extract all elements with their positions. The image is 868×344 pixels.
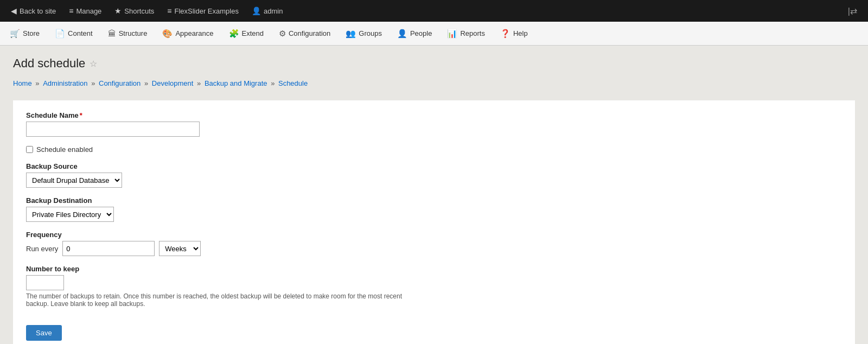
breadcrumb-sep-3: » — [144, 79, 150, 87]
shortcuts-button[interactable]: ★ Shortcuts — [108, 0, 161, 22]
user-icon: 👤 — [252, 7, 261, 15]
frequency-unit-select[interactable]: Hours Weeks Days Months — [159, 241, 201, 256]
backup-destination-group: Backup Destination Private Files Directo… — [26, 196, 842, 222]
frequency-group: Frequency Run every Hours Weeks Days Mon… — [26, 231, 842, 256]
back-icon: ◀ — [11, 7, 17, 15]
shortcuts-label: Shortcuts — [124, 7, 154, 15]
breadcrumb-administration[interactable]: Administration — [43, 79, 87, 87]
back-to-site-button[interactable]: ◀ Back to site — [4, 0, 62, 22]
save-button[interactable]: Save — [26, 325, 62, 341]
breadcrumb-sep-1: » — [35, 79, 41, 87]
backup-destination-label: Backup Destination — [26, 196, 842, 205]
bookmark-star-icon[interactable]: ☆ — [90, 59, 97, 69]
breadcrumb-configuration[interactable]: Configuration — [99, 79, 141, 87]
nav-appearance-label: Appearance — [175, 29, 213, 37]
nav-help[interactable]: ❓ Help — [493, 22, 535, 45]
breadcrumb-sep-5: » — [271, 79, 277, 87]
add-schedule-form: Schedule Name* Schedule enabled Backup S… — [13, 100, 855, 344]
flexslider-icon: ≡ — [167, 7, 171, 15]
nav-reports-label: Reports — [460, 29, 485, 37]
number-to-keep-group: Number to keep The number of backups to … — [26, 265, 842, 308]
schedule-enabled-label: Schedule enabled — [36, 145, 93, 154]
breadcrumb-home[interactable]: Home — [13, 79, 32, 87]
breadcrumb-schedule[interactable]: Schedule — [278, 79, 308, 87]
nav-content[interactable]: 📄 Content — [47, 22, 100, 45]
nav-store-label: Store — [23, 29, 40, 37]
schedule-name-input[interactable] — [26, 122, 200, 137]
manage-button[interactable]: ≡ Manage — [62, 0, 108, 22]
nav-people-label: People — [410, 29, 432, 37]
flexslider-button[interactable]: ≡ FlexSlider Examples — [161, 0, 245, 22]
backup-source-group: Backup Source Default Drupal Database — [26, 162, 842, 188]
number-to-keep-help: The number of backups to retain. Once th… — [26, 292, 406, 308]
nav-groups[interactable]: 👥 Groups — [338, 22, 390, 45]
content-icon: 📄 — [55, 29, 65, 39]
number-to-keep-label: Number to keep — [26, 265, 842, 273]
groups-icon: 👥 — [346, 29, 356, 39]
page-title: Add schedule — [13, 56, 85, 71]
nav-store[interactable]: 🛒 Store — [2, 22, 47, 45]
nav-people[interactable]: 👤 People — [390, 22, 439, 45]
extend-icon: 🧩 — [229, 29, 239, 39]
nav-content-label: Content — [68, 29, 93, 37]
appearance-icon: 🎨 — [162, 29, 173, 39]
flexslider-label: FlexSlider Examples — [174, 7, 239, 15]
run-every-label: Run every — [26, 245, 58, 253]
schedule-enabled-row: Schedule enabled — [26, 145, 842, 154]
store-icon: 🛒 — [10, 29, 20, 39]
backup-source-select[interactable]: Default Drupal Database — [26, 173, 122, 188]
page-title-row: Add schedule ☆ — [13, 56, 855, 71]
nav-groups-label: Groups — [359, 29, 382, 37]
backup-destination-select[interactable]: Private Files Directory — [26, 207, 114, 222]
frequency-label: Frequency — [26, 231, 842, 239]
run-every-input[interactable] — [62, 241, 155, 256]
shortcuts-icon: ★ — [114, 7, 122, 15]
nav-configuration[interactable]: ⚙ Configuration — [271, 22, 338, 45]
people-icon: 👤 — [397, 29, 407, 39]
help-icon: ❓ — [500, 29, 510, 39]
schedule-name-label: Schedule Name* — [26, 111, 842, 119]
required-marker: * — [80, 111, 82, 119]
sidebar-toggle[interactable]: |⇄ — [841, 0, 864, 22]
schedule-enabled-checkbox[interactable] — [26, 146, 33, 153]
nav-help-label: Help — [513, 29, 528, 37]
schedule-name-group: Schedule Name* — [26, 111, 842, 137]
nav-structure-label: Structure — [119, 29, 148, 37]
nav-structure[interactable]: 🏛 Structure — [100, 22, 155, 45]
admin-user-button[interactable]: 👤 admin — [245, 0, 289, 22]
back-to-site-label: Back to site — [20, 7, 56, 15]
backup-source-label: Backup Source — [26, 162, 842, 170]
reports-icon: 📊 — [447, 29, 457, 39]
breadcrumb: Home » Administration » Configuration » … — [13, 79, 855, 87]
breadcrumb-backup-migrate[interactable]: Backup and Migrate — [205, 79, 267, 87]
manage-label: Manage — [76, 7, 101, 15]
manage-icon: ≡ — [69, 7, 73, 15]
breadcrumb-development[interactable]: Development — [152, 79, 194, 87]
nav-appearance[interactable]: 🎨 Appearance — [155, 22, 221, 45]
nav-extend-label: Extend — [242, 29, 264, 37]
structure-icon: 🏛 — [108, 29, 116, 38]
admin-bar: ◀ Back to site ≡ Manage ★ Shortcuts ≡ Fl… — [0, 0, 868, 22]
admin-label: admin — [264, 7, 283, 15]
nav-reports[interactable]: 📊 Reports — [439, 22, 493, 45]
nav-extend[interactable]: 🧩 Extend — [221, 22, 271, 45]
configuration-icon: ⚙ — [279, 29, 286, 39]
breadcrumb-sep-4: » — [197, 79, 203, 87]
frequency-row: Run every Hours Weeks Days Months — [26, 241, 842, 256]
breadcrumb-sep-2: » — [91, 79, 97, 87]
main-content: Add schedule ☆ Home » Administration » C… — [0, 46, 868, 344]
nav-configuration-label: Configuration — [289, 29, 330, 37]
nav-bar: 🛒 Store 📄 Content 🏛 Structure 🎨 Appearan… — [0, 22, 868, 46]
number-to-keep-input[interactable] — [26, 275, 64, 290]
